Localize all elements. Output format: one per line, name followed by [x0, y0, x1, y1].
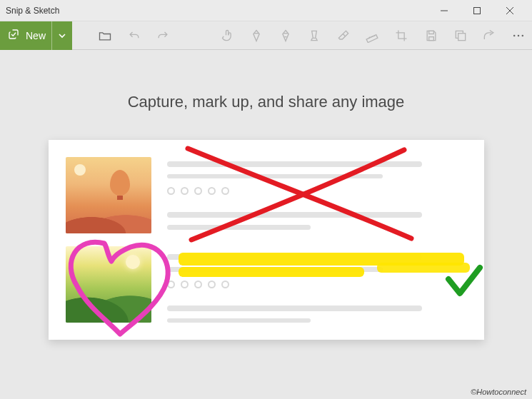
titlebar: Snip & Sketch: [0, 0, 532, 21]
new-snip-button[interactable]: New: [0, 21, 72, 50]
highlighter-icon: [307, 29, 321, 43]
eraser-icon: [336, 29, 351, 43]
svg-point-12: [513, 34, 516, 36]
app-window: Snip & Sketch New: [0, 0, 532, 399]
thumbnail-hills: [66, 246, 151, 323]
save-button[interactable]: [418, 21, 445, 50]
maximize-button[interactable]: [461, 0, 493, 21]
canvas-area: Capture, mark up, and share any image: [0, 50, 532, 399]
ballpoint-pen-icon: [249, 29, 264, 43]
share-icon: [482, 29, 496, 43]
save-icon: [424, 29, 438, 43]
new-dropdown-toggle[interactable]: [51, 21, 66, 50]
svg-point-14: [521, 34, 523, 36]
svg-rect-1: [474, 7, 481, 14]
more-button[interactable]: [505, 21, 532, 50]
chevron-down-icon: [58, 31, 66, 40]
watermark: ©Howtoconnect: [471, 388, 526, 396]
svg-rect-10: [429, 36, 434, 40]
copy-button[interactable]: [447, 21, 474, 50]
new-button-label: New: [26, 30, 46, 41]
svg-rect-8: [367, 34, 378, 42]
undo-icon: [127, 29, 141, 43]
eraser-button[interactable]: [330, 21, 357, 50]
touch-writing-button[interactable]: [214, 21, 241, 50]
copy-icon: [453, 29, 468, 43]
highlighter-button[interactable]: [301, 21, 328, 50]
svg-rect-11: [458, 33, 466, 40]
touch-writing-icon: [221, 29, 235, 43]
snip-icon: [7, 28, 20, 43]
pencil-button[interactable]: [272, 21, 299, 50]
crop-button[interactable]: [388, 21, 415, 50]
open-file-button[interactable]: [91, 21, 119, 50]
hero-illustration: [49, 140, 484, 340]
ruler-icon: [365, 29, 379, 43]
undo-button[interactable]: [121, 21, 148, 50]
redo-button[interactable]: [149, 21, 176, 50]
close-button[interactable]: [493, 0, 526, 21]
welcome-headline: Capture, mark up, and share any image: [128, 93, 405, 111]
crop-icon: [394, 29, 408, 43]
ballpoint-pen-button[interactable]: [243, 21, 270, 50]
svg-rect-9: [429, 31, 434, 34]
share-button[interactable]: [476, 21, 503, 50]
placeholder-text-block: [167, 157, 467, 323]
ruler-button[interactable]: [358, 21, 386, 50]
minimize-button[interactable]: [428, 0, 461, 21]
svg-point-13: [518, 34, 520, 36]
svg-line-7: [343, 34, 345, 36]
thumbnail-desert: [66, 157, 151, 233]
redo-icon: [156, 29, 170, 43]
open-icon: [98, 29, 112, 43]
pencil-icon: [278, 29, 293, 43]
app-title: Snip & Sketch: [6, 6, 59, 16]
more-icon: [511, 29, 526, 43]
window-controls: [428, 0, 526, 21]
toolbar: New: [0, 21, 532, 50]
